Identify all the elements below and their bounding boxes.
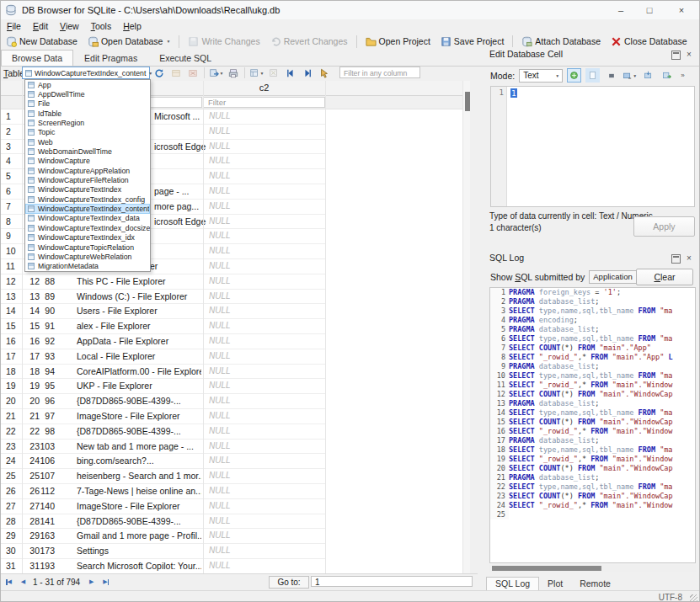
cell-id[interactable]: 17 xyxy=(22,351,40,361)
previous-record-button[interactable]: ◀ xyxy=(17,577,29,588)
dock-tab-sql-log[interactable]: SQL Log xyxy=(486,577,539,590)
cell-c1[interactable]: Windows (C:) - File Explorer xyxy=(77,291,201,301)
tab-execute-sql[interactable]: Execute SQL xyxy=(148,50,222,66)
cell-c2[interactable]: NULL xyxy=(209,411,231,420)
goto-button[interactable]: Go to: xyxy=(269,576,309,589)
overflow-icon[interactable]: » xyxy=(681,72,683,79)
cell-c0[interactable]: 90 xyxy=(40,306,55,316)
cell-c2[interactable]: NULL xyxy=(209,396,231,405)
export-record-icon[interactable]: ▼ xyxy=(211,67,222,78)
null-icon[interactable] xyxy=(585,68,600,83)
cell-c0[interactable]: 141 xyxy=(40,516,55,526)
menu-view[interactable]: View xyxy=(54,19,85,33)
cell-c0[interactable]: 140 xyxy=(40,501,55,511)
cell-c1[interactable]: ImageStore - File Explorer xyxy=(77,501,201,511)
dropdown-item[interactable]: WindowCaptureTextIndex_idx xyxy=(25,233,150,242)
cell-c2[interactable]: NULL xyxy=(209,336,231,345)
dropdown-item[interactable]: WindowCaptureTextIndex_docsize xyxy=(25,223,150,232)
cell-c2[interactable]: NULL xyxy=(209,291,231,301)
cell-c0[interactable]: 173 xyxy=(40,546,55,556)
cell-c1[interactable]: This PC - File Explorer xyxy=(77,276,201,286)
cell-c2[interactable]: NULL xyxy=(209,426,231,435)
cell-c1[interactable]: Search Microsoft Copilot: Your... xyxy=(77,561,201,571)
close-dock-icon[interactable]: × xyxy=(687,51,694,58)
table-row[interactable]: 181894CoreAIPlatform.00 - File ExplorerN… xyxy=(1,365,325,380)
cell-id[interactable]: 27 xyxy=(22,501,40,511)
dock-tab-plot[interactable]: Plot xyxy=(539,578,571,590)
cell-editor[interactable]: 1 1 xyxy=(490,86,695,207)
float-dock-icon[interactable] xyxy=(671,254,681,264)
filter-any-column-input[interactable]: Filter in any column xyxy=(339,67,420,78)
cell-id[interactable]: 22 xyxy=(22,426,40,436)
import-icon[interactable]: ▼ xyxy=(623,68,637,83)
cell-c2[interactable]: NULL xyxy=(209,141,231,151)
cell-c2[interactable]: NULL xyxy=(209,201,231,210)
table-row[interactable]: 26261127-Tage-News | heise online an...N… xyxy=(1,484,325,499)
cell-c2[interactable]: NULL xyxy=(209,516,231,525)
table-row[interactable]: 151591alex - File ExplorerNULL xyxy=(1,319,325,334)
cell-c2[interactable]: NULL xyxy=(209,441,231,450)
cell-c2[interactable]: NULL xyxy=(209,186,231,195)
cell-c2[interactable]: NULL xyxy=(209,561,231,570)
cell-id[interactable]: 28 xyxy=(22,516,40,526)
close-database-button[interactable]: Close Database xyxy=(606,35,692,48)
word-wrap-icon[interactable] xyxy=(567,68,581,83)
cell-c1[interactable]: New tab and 1 more page - ... xyxy=(77,441,201,451)
menu-edit[interactable]: Edit xyxy=(27,19,54,33)
dropdown-item[interactable]: WindowCaptureFileRelation xyxy=(25,175,150,184)
cell-c1[interactable]: AppData - File Explorer xyxy=(77,336,201,346)
new-database-button[interactable]: New Database xyxy=(1,35,83,48)
sql-log-hscrollbar[interactable] xyxy=(489,565,696,572)
goto-input[interactable]: 1 xyxy=(311,576,473,587)
cell-id[interactable]: 20 xyxy=(22,396,40,406)
save-as-icon[interactable] xyxy=(660,68,674,83)
table-row[interactable]: 212197ImageStore - File ExplorerNULL xyxy=(1,409,325,424)
export-icon[interactable] xyxy=(641,68,655,83)
cell-c2[interactable]: NULL xyxy=(209,455,231,465)
cell-c1[interactable]: UKP - File Explorer xyxy=(77,381,201,391)
table-row[interactable]: 131389Windows (C:) - File ExplorerNULL xyxy=(1,290,325,305)
cell-c2[interactable]: NULL xyxy=(209,546,231,555)
table-row[interactable]: 2929163Gmail and 1 more page - Profil...… xyxy=(1,529,325,544)
table-row[interactable]: 2323103New tab and 1 more page - ...NULL xyxy=(1,440,325,455)
menu-file[interactable]: File xyxy=(1,19,27,33)
cell-c1[interactable]: heisenberg - Search and 1 mor... xyxy=(77,471,201,481)
table-row[interactable]: 171793Local - File ExplorerNULL xyxy=(1,349,325,365)
cell-c1[interactable]: Gmail and 1 more page - Profil... xyxy=(77,530,201,541)
cell-c2[interactable]: NULL xyxy=(209,471,231,480)
dropdown-item[interactable]: ScreenRegion xyxy=(25,118,150,127)
dropdown-item[interactable]: Topic xyxy=(25,128,150,137)
dropdown-item[interactable]: WebDomainDwellTime xyxy=(25,147,150,156)
cell-c0[interactable]: 193 xyxy=(40,561,55,571)
cell-c1[interactable]: alex - File Explorer xyxy=(77,321,201,331)
resize-grip[interactable] xyxy=(690,594,697,602)
open-database-button[interactable]: Open Database▼ xyxy=(83,35,176,48)
open-project-button[interactable]: Open Project xyxy=(361,35,435,48)
cell-c0[interactable]: 97 xyxy=(40,411,55,421)
cell-c2[interactable]: NULL xyxy=(209,231,231,240)
cell-c2[interactable]: NULL xyxy=(209,216,231,226)
cell-c1[interactable]: {D87DD865-90BE-4399-... xyxy=(77,516,201,526)
first-record-button[interactable]: ◀ xyxy=(3,577,15,588)
next-record-button[interactable]: ▶ xyxy=(85,577,98,588)
cell-c1[interactable]: more pag... xyxy=(154,201,199,211)
cell-c2[interactable]: NULL xyxy=(209,530,231,540)
cell-c2[interactable]: NULL xyxy=(209,321,231,330)
cell-c2[interactable]: NULL xyxy=(209,126,231,136)
cell-c2[interactable]: NULL xyxy=(209,501,231,510)
cell-c2[interactable]: NULL xyxy=(209,111,231,120)
cell-c1[interactable]: Local - File Explorer xyxy=(77,351,201,361)
cell-id[interactable]: 15 xyxy=(22,321,40,331)
dropdown-item[interactable]: MigrationMetadata xyxy=(25,262,150,271)
cell-c0[interactable]: 106 xyxy=(40,455,55,466)
cell-id[interactable]: 29 xyxy=(22,530,40,541)
cell-c0[interactable]: 94 xyxy=(40,366,55,376)
table-row[interactable]: 3030173SettingsNULL xyxy=(1,544,325,559)
attach-database-button[interactable]: Attach Database xyxy=(516,35,606,48)
scrollbar-thumb[interactable] xyxy=(492,566,601,571)
close-button[interactable]: × xyxy=(667,1,696,19)
dock-tab-remote[interactable]: Remote xyxy=(571,578,619,590)
cell-c0[interactable]: 88 xyxy=(40,276,55,286)
cell-c2[interactable]: NULL xyxy=(209,351,231,360)
maximize-button[interactable]: □ xyxy=(635,1,664,19)
